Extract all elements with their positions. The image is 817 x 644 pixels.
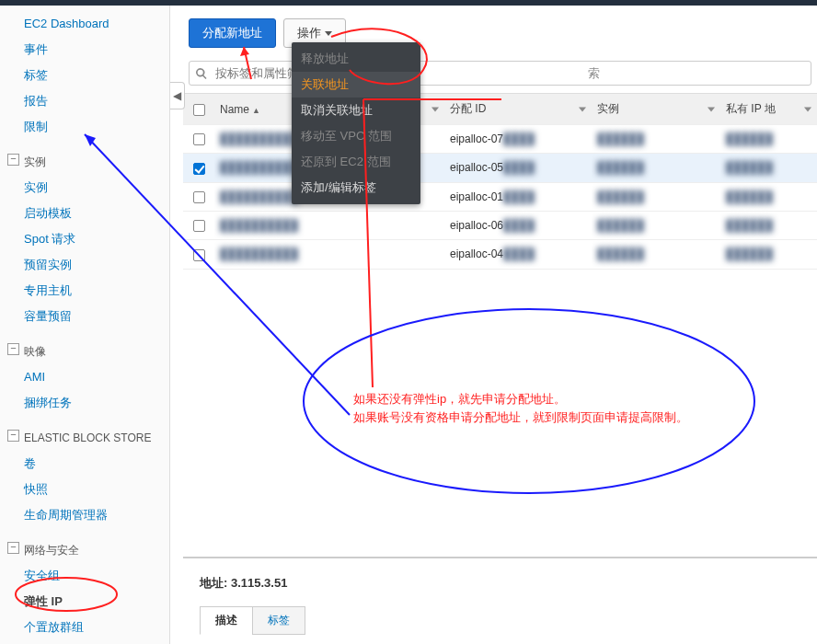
cell-instance: ██████ [592, 240, 720, 269]
table-row[interactable]: ██████████ eipalloc-06████ ██████ ██████ [183, 211, 817, 239]
eip-table: Name▲ 分配 ID 实例 私有 IP 地 ██████████ 3 eipa… [183, 93, 817, 270]
col-check[interactable] [183, 94, 214, 125]
caret-down-icon [325, 31, 332, 36]
cell-name: ██████████ [220, 161, 298, 174]
row-checkbox[interactable] [193, 133, 205, 145]
nav-reports[interactable]: 报告 [0, 88, 169, 114]
nav-keys[interactable]: 密钥对 [0, 640, 169, 644]
table-row[interactable]: ██████████ eipalloc-04████ ██████ ██████ [183, 240, 817, 269]
tab-tags[interactable]: 标签 [252, 606, 305, 635]
menu-restore: 还原到 EC2 范围 [292, 149, 420, 175]
row-checkbox[interactable] [193, 191, 205, 203]
detail-pane: 地址: 3.115.3.51 描述 标签 [183, 558, 817, 644]
col-alloc[interactable]: 分配 ID [444, 94, 592, 125]
cell-ip: ██████ [720, 240, 817, 269]
nav-group-network: 网络与安全 [0, 528, 169, 563]
chevron-left-icon: ◀ [173, 89, 181, 102]
menu-move: 移动至 VPC 范围 [292, 123, 420, 149]
cell-name: ██████████ [220, 247, 298, 260]
cell-ip: ██████ [720, 182, 817, 211]
detail-label: 地址: [200, 576, 227, 590]
cell-alloc: eipalloc-04 [450, 247, 503, 260]
nav-lifecycle[interactable]: 生命周期管理器 [0, 502, 169, 528]
table-row[interactable]: ██████████ eipalloc-01████ ██████ ██████ [183, 182, 817, 211]
table-row[interactable]: ██████████ eipalloc-05████ ██████ ██████ [183, 154, 817, 182]
nav-volumes[interactable]: 卷 [0, 451, 169, 477]
cell-ip: ██████ [720, 154, 817, 182]
search-icon [195, 67, 208, 80]
nav-eip[interactable]: 弹性 IP [0, 589, 169, 615]
menu-tags[interactable]: 添加/编辑标签 [292, 175, 420, 201]
cell-ip: ██████ [720, 211, 817, 239]
table-body: ██████████ 3 eipalloc-07████ ██████ ████… [183, 125, 817, 270]
nav-dedicated[interactable]: 专用主机 [0, 278, 169, 304]
cell-alloc: eipalloc-01 [450, 190, 503, 203]
cell-instance: ██████ [592, 211, 720, 239]
main-content: 分配新地址 操作 释放地址 关联地址 取消关联地址 移动至 VPC 范围 还原到… [170, 6, 817, 644]
cell-alloc: eipalloc-05 [450, 161, 503, 174]
row-checkbox[interactable] [193, 163, 205, 175]
actions-button-label: 操作 [297, 25, 321, 41]
search-hint-tail: 索 [588, 65, 600, 82]
tab-description[interactable]: 描述 [200, 606, 253, 635]
nav-events[interactable]: 事件 [0, 37, 169, 63]
nav-limits[interactable]: 限制 [0, 114, 169, 140]
sidebar-collapse-button[interactable]: ◀ [170, 82, 185, 109]
nav-group-images: 映像 [0, 329, 169, 364]
nav-launch-templates[interactable]: 启动模板 [0, 201, 169, 226]
annotation-text: 如果还没有弹性ip，就先申请分配地址。 如果账号没有资格申请分配地址，就到限制页… [353, 390, 688, 427]
nav-tags[interactable]: 标签 [0, 63, 169, 88]
nav-ami[interactable]: AMI [0, 364, 169, 390]
checkbox-all[interactable] [193, 104, 205, 116]
nav-snapshots[interactable]: 快照 [0, 477, 169, 502]
annotation-line1: 如果还没有弹性ip，就先申请分配地址。 [353, 390, 688, 408]
allocate-address-button[interactable]: 分配新地址 [189, 18, 276, 48]
nav-capacity[interactable]: 容量预留 [0, 304, 169, 329]
detail-tabs: 描述 标签 [200, 606, 800, 635]
nav-instances[interactable]: 实例 [0, 175, 169, 201]
table-row[interactable]: ██████████ 3 eipalloc-07████ ██████ ████… [183, 125, 817, 154]
row-checkbox[interactable] [193, 220, 205, 232]
menu-release: 释放地址 [292, 46, 420, 72]
nav-group-instances: 实例 [0, 140, 169, 175]
sidebar: EC2 Dashboard 事件 标签 报告 限制 实例 实例 启动模板 Spo… [0, 6, 170, 644]
col-instance[interactable]: 实例 [592, 94, 720, 125]
nav-dashboard[interactable]: EC2 Dashboard [0, 11, 169, 37]
menu-associate[interactable]: 关联地址 [292, 72, 420, 98]
cell-alloc: eipalloc-06 [450, 219, 503, 232]
nav-bundle[interactable]: 捆绑任务 [0, 390, 169, 416]
detail-value: 3.115.3.51 [231, 576, 287, 590]
cell-name: ██████████ [220, 132, 298, 145]
toolbar: 分配新地址 操作 释放地址 关联地址 取消关联地址 移动至 VPC 范围 还原到… [183, 6, 817, 61]
cell-ip: ██████ [720, 125, 817, 154]
cell-name: ██████████ [220, 219, 298, 232]
col-private-ip[interactable]: 私有 IP 地 [720, 94, 817, 125]
menu-disassociate[interactable]: 取消关联地址 [292, 98, 420, 123]
search-bar[interactable]: 索 [189, 61, 811, 86]
cell-instance: ██████ [592, 154, 720, 182]
nav-sg[interactable]: 安全组 [0, 563, 169, 589]
cell-name: ██████████ [220, 190, 298, 203]
annotation-line2: 如果账号没有资格申请分配地址，就到限制页面申请提高限制。 [353, 408, 688, 427]
cell-alloc: eipalloc-07 [450, 132, 503, 145]
actions-dropdown: 释放地址 关联地址 取消关联地址 移动至 VPC 范围 还原到 EC2 范围 添… [292, 42, 420, 204]
nav-reserved[interactable]: 预留实例 [0, 252, 169, 278]
nav-placement[interactable]: 个置放群组 [0, 615, 169, 640]
row-checkbox[interactable] [193, 249, 205, 261]
nav-group-ebs: ELASTIC BLOCK STORE [0, 416, 169, 451]
nav-spot[interactable]: Spot 请求 [0, 226, 169, 252]
cell-instance: ██████ [592, 125, 720, 154]
cell-instance: ██████ [592, 182, 720, 211]
